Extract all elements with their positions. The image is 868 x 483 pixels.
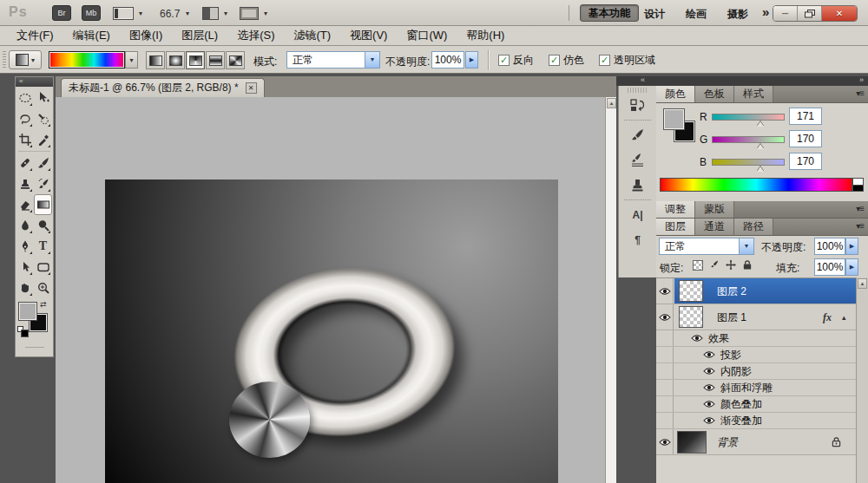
- tool-preset-picker[interactable]: ▾: [9, 50, 42, 69]
- marquee-tool[interactable]: [16, 88, 34, 108]
- lock-position-icon[interactable]: [725, 259, 736, 271]
- gradient-tool[interactable]: [34, 194, 52, 215]
- menu-view[interactable]: 视图(V): [340, 28, 397, 43]
- foreground-color-swatch[interactable]: [18, 302, 37, 321]
- collapse-effects-icon[interactable]: ▴: [842, 304, 846, 330]
- crop-tool[interactable]: [16, 129, 34, 150]
- layer2-thumbnail[interactable]: [679, 280, 703, 302]
- tab-close-icon[interactable]: ✕: [246, 82, 257, 94]
- visibility-cell[interactable]: [656, 278, 674, 304]
- hand-tool[interactable]: [16, 277, 34, 298]
- layer-row-1[interactable]: 图层 1 fx ▴: [656, 304, 868, 330]
- restore-button[interactable]: [798, 6, 822, 21]
- arrange-dropdown-icon[interactable]: ▾: [224, 10, 227, 17]
- menu-edit[interactable]: 编辑(E): [63, 28, 120, 43]
- screen-mode-icon[interactable]: [240, 7, 259, 20]
- screen-mode-dropdown-icon[interactable]: ▾: [264, 10, 267, 17]
- foreground-color-well[interactable]: [663, 108, 685, 130]
- radial-gradient-button[interactable]: [166, 51, 185, 69]
- color-spectrum-ramp[interactable]: [660, 178, 852, 192]
- menu-window[interactable]: 窗口(W): [397, 28, 457, 43]
- arrange-documents-icon[interactable]: [202, 7, 219, 20]
- clone-stamp-tool[interactable]: [16, 173, 34, 194]
- panel-menu-icon[interactable]: ▾≡: [856, 221, 864, 231]
- canvas-vertical-scrollbar[interactable]: ▲: [605, 97, 616, 483]
- document-tab[interactable]: 未标题-1 @ 66.7% (图层 2, RGB/8) * ✕: [61, 78, 265, 97]
- effect-row-drop-shadow[interactable]: 投影: [656, 347, 868, 363]
- shape-tool[interactable]: [34, 257, 52, 277]
- tab-styles[interactable]: 样式: [734, 86, 773, 102]
- swap-colors-icon[interactable]: ⇄: [40, 300, 47, 309]
- workspace-basic-button[interactable]: 基本功能: [580, 4, 639, 22]
- layer-opacity-input[interactable]: 100%: [814, 238, 845, 255]
- canvas[interactable]: [105, 179, 558, 483]
- diamond-gradient-button[interactable]: [226, 51, 245, 69]
- dither-checkbox[interactable]: ✓ 仿色: [549, 53, 584, 68]
- scroll-up-icon[interactable]: ▲: [607, 98, 616, 108]
- blend-mode-select[interactable]: 正常 ▼: [286, 51, 380, 69]
- character-panel-icon[interactable]: A|: [619, 202, 656, 227]
- type-tool[interactable]: T: [34, 236, 52, 257]
- layer-opacity-spinner[interactable]: ▶: [845, 238, 858, 255]
- effects-header-row[interactable]: 效果: [656, 330, 868, 347]
- dock-collapse-left-icon[interactable]: «: [641, 75, 645, 84]
- opacity-spinner[interactable]: ▶: [465, 51, 478, 69]
- lock-all-icon[interactable]: [741, 259, 753, 271]
- menu-layer[interactable]: 图层(L): [172, 28, 227, 43]
- panel-menu-icon[interactable]: ▾≡: [856, 88, 864, 98]
- green-slider[interactable]: [712, 136, 785, 143]
- menu-help[interactable]: 帮助(H): [457, 28, 514, 43]
- menu-filter[interactable]: 滤镜(T): [284, 28, 340, 43]
- effect-row-color-overlay[interactable]: 颜色叠加: [656, 396, 868, 413]
- tab-paths[interactable]: 路径: [734, 219, 773, 235]
- panel-menu-icon[interactable]: ▾≡: [856, 204, 864, 213]
- clone-source-panel-icon[interactable]: [619, 173, 656, 198]
- tab-color[interactable]: 颜色: [656, 86, 695, 102]
- layers-scrollbar[interactable]: ▲: [856, 277, 868, 483]
- workspace-photo-button[interactable]: 摄影: [727, 7, 748, 22]
- lock-transparency-icon[interactable]: [693, 260, 703, 271]
- background-layer-row[interactable]: 背景: [656, 429, 868, 455]
- mini-bridge-button[interactable]: Mb: [82, 5, 101, 21]
- eyedropper-tool[interactable]: [34, 129, 52, 150]
- gradient-preview[interactable]: [49, 51, 125, 69]
- linear-gradient-button[interactable]: [146, 51, 165, 69]
- tab-swatches[interactable]: 色板: [695, 86, 734, 102]
- reflected-gradient-button[interactable]: [206, 51, 225, 69]
- default-colors-icon[interactable]: [17, 326, 23, 332]
- blur-tool[interactable]: [16, 215, 34, 236]
- select-arrow-icon[interactable]: ▼: [739, 238, 753, 254]
- blue-slider-thumb[interactable]: [757, 166, 764, 172]
- layer-blend-mode-select[interactable]: 正常 ▼: [659, 238, 754, 255]
- bridge-button[interactable]: Br: [52, 5, 71, 21]
- effect-row-inner-shadow[interactable]: 内阴影: [656, 363, 868, 380]
- fill-input[interactable]: 100%: [814, 258, 845, 276]
- black-swatch[interactable]: [852, 185, 864, 192]
- menu-select[interactable]: 选择(S): [227, 28, 284, 43]
- brush-panel-icon[interactable]: [619, 122, 656, 147]
- layer1-name[interactable]: 图层 1: [717, 304, 746, 330]
- green-value-input[interactable]: 170: [789, 130, 822, 147]
- minimize-button[interactable]: ─: [773, 6, 798, 21]
- red-value-input[interactable]: 171: [789, 108, 822, 125]
- angle-gradient-button[interactable]: [186, 51, 205, 69]
- workspace-design-button[interactable]: 设计: [644, 7, 665, 22]
- toolbar-collapse[interactable]: «: [16, 77, 53, 87]
- blue-value-input[interactable]: 170: [789, 153, 822, 170]
- move-tool[interactable]: [34, 88, 52, 108]
- history-brush-tool[interactable]: [34, 173, 52, 194]
- eraser-tool[interactable]: [16, 194, 34, 215]
- visibility-cell[interactable]: [656, 429, 674, 454]
- select-arrow-icon[interactable]: ▼: [365, 52, 379, 68]
- effect-row-bevel-emboss[interactable]: 斜面和浮雕: [656, 380, 868, 396]
- workspace-paint-button[interactable]: 绘画: [686, 7, 707, 22]
- tool-presets-panel-icon[interactable]: [619, 147, 656, 173]
- quick-selection-tool[interactable]: [34, 108, 52, 129]
- view-extras-dropdown-icon[interactable]: ▾: [139, 10, 142, 17]
- brush-tool[interactable]: [34, 153, 52, 173]
- tab-channels[interactable]: 通道: [695, 219, 734, 235]
- workspace-overflow-button[interactable]: »: [762, 4, 769, 19]
- red-slider-thumb[interactable]: [757, 121, 764, 127]
- lasso-tool[interactable]: [16, 108, 34, 129]
- blue-slider[interactable]: [712, 159, 785, 166]
